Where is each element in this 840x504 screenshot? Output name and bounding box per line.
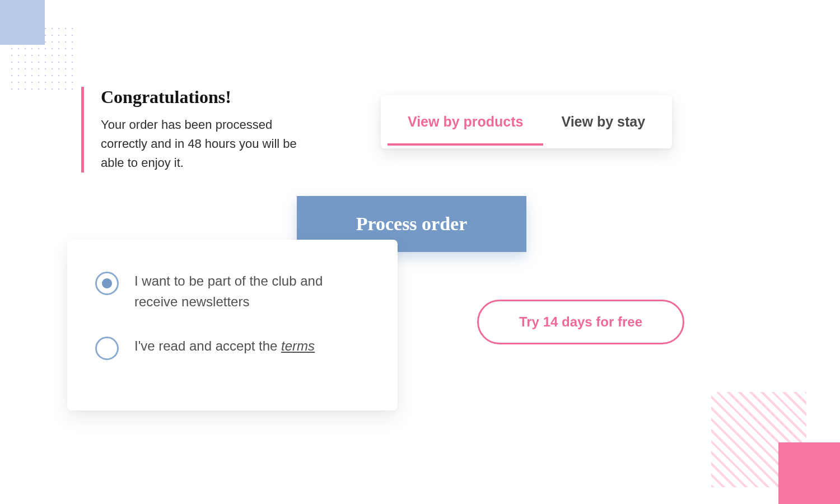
congratulations-title: Congratulations! <box>101 87 316 108</box>
radio-newsletter[interactable] <box>95 272 119 295</box>
tab-view-by-stay[interactable]: View by stay <box>559 98 647 146</box>
terms-link[interactable]: terms <box>281 338 315 353</box>
radio-row-terms: I've read and accept the terms <box>95 335 370 360</box>
radio-row-newsletter: I want to be part of the club and receiv… <box>95 270 370 312</box>
decoration-square-bottomright <box>778 442 840 504</box>
radio-terms[interactable] <box>95 337 119 360</box>
radio-terms-prefix: I've read and accept the <box>134 338 281 353</box>
congratulations-body: Your order has been processed correctly … <box>101 115 316 172</box>
decoration-dots <box>8 25 76 92</box>
congratulations-callout: Congratulations! Your order has been pro… <box>81 87 316 172</box>
radio-dot-icon <box>102 278 112 288</box>
view-tabs-card: View by products View by stay <box>381 95 672 148</box>
tab-view-by-products[interactable]: View by products <box>405 98 526 146</box>
radio-newsletter-label: I want to be part of the club and receiv… <box>134 270 370 312</box>
consent-options-card: I want to be part of the club and receiv… <box>67 240 398 410</box>
radio-terms-label: I've read and accept the terms <box>134 335 315 356</box>
try-free-button[interactable]: Try 14 days for free <box>477 300 684 344</box>
